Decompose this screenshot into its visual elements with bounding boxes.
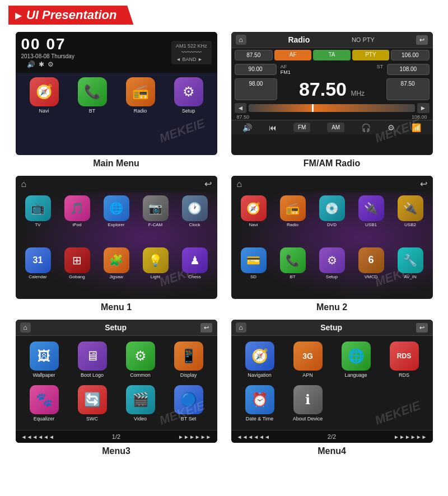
menu2-app-radio[interactable]: 📻 Radio bbox=[275, 195, 311, 244]
radio-freq-87[interactable]: 87.50 bbox=[235, 50, 273, 60]
menu4-next-arrows[interactable]: ►►►►►► bbox=[394, 434, 427, 440]
menu2-app-vmcd[interactable]: 6 VMCD bbox=[353, 247, 389, 296]
menu1-ipod-icon: 🎵 bbox=[64, 195, 90, 221]
menu2-usb1-icon: 🔌 bbox=[358, 195, 384, 221]
mm-app-navi[interactable]: 🧭 Navi bbox=[22, 77, 66, 151]
radio-freq-108[interactable]: 108.00 bbox=[387, 64, 429, 75]
mm-apps-grid: 🧭 Navi 📞 BT 📻 Radio ⚙ Setup bbox=[16, 73, 217, 155]
radio-back-button[interactable]: ↩ bbox=[416, 35, 428, 45]
menu4-app-datetime[interactable]: ⏰ Date & Time bbox=[238, 385, 282, 424]
menu1-home-icon[interactable]: ⌂ bbox=[21, 179, 27, 189]
menu3-wallpaper-label: Wallpaper bbox=[32, 372, 55, 378]
menu2-navi-icon: 🧭 bbox=[241, 195, 267, 221]
menu3-screen: ⌂ Setup ↩ 🖼 Wallpaper 🖥 Boot Logo ⚙ bbox=[16, 320, 217, 443]
menu2-app-sd[interactable]: 💳 SD bbox=[236, 247, 272, 296]
menu1-app-gobang[interactable]: ⊞ Gobang bbox=[59, 247, 95, 296]
radio-am-btn[interactable]: AM bbox=[327, 123, 344, 132]
menu4-app-apn[interactable]: 3G APN bbox=[286, 341, 330, 381]
menu1-app-clock[interactable]: 🕐 Clock bbox=[177, 195, 213, 244]
menu1-app-tv[interactable]: 📺 TV bbox=[20, 195, 56, 244]
mm-app-radio[interactable]: 📻 Radio bbox=[119, 77, 162, 151]
menu3-app-swc[interactable]: 🔄 SWC bbox=[71, 385, 114, 424]
menu1-app-light[interactable]: 💡 Light bbox=[138, 247, 174, 296]
menu3-app-bootlogo[interactable]: 🖥 Boot Logo bbox=[71, 341, 114, 381]
radio-frequency-slider[interactable] bbox=[249, 104, 414, 112]
menu3-bootlogo-label: Boot Logo bbox=[81, 372, 104, 378]
menu1-explorer-icon: 🌐 bbox=[104, 195, 129, 221]
menu3-home-icon[interactable]: ⌂ bbox=[20, 322, 31, 333]
menu2-app-usb2[interactable]: 🔌 USB2 bbox=[393, 195, 428, 244]
menu1-app-explorer[interactable]: 🌐 Explorer bbox=[99, 195, 134, 244]
menu2-sd-icon: 💳 bbox=[241, 247, 267, 273]
menu2-usb2-label: USB2 bbox=[404, 222, 416, 227]
menu1-app-jigsaw[interactable]: 🧩 Jigsaw bbox=[99, 247, 134, 296]
radio-npty: NO PTY bbox=[352, 36, 375, 43]
mm-app-setup[interactable]: ⚙ Setup bbox=[167, 77, 211, 151]
menu3-app-common[interactable]: ⚙ Common bbox=[119, 341, 162, 381]
radio-prev-icon[interactable]: ⏮ bbox=[269, 123, 277, 132]
menu4-datetime-label: Date & Time bbox=[246, 416, 274, 422]
menu2-home-icon[interactable]: ⌂ bbox=[237, 179, 242, 189]
menu1-clock-label: Clock bbox=[189, 222, 200, 227]
menu1-back-icon[interactable]: ↩ bbox=[204, 179, 212, 189]
menu3-app-btset[interactable]: 🔵 BT Set bbox=[167, 385, 211, 424]
menu2-usb2-icon: 🔌 bbox=[398, 195, 423, 221]
menu3-prev-arrows[interactable]: ◄◄◄◄◄◄ bbox=[21, 434, 54, 440]
radio-home-icon[interactable]: ⌂ bbox=[236, 35, 246, 45]
menu2-sd-label: SD bbox=[250, 274, 256, 279]
menu4-app-language[interactable]: 🌐 Language bbox=[334, 341, 378, 381]
menu2-app-bt[interactable]: 📞 BT bbox=[275, 247, 311, 296]
radio-freq-106[interactable]: 106.00 bbox=[391, 50, 429, 60]
radio-freq-98[interactable]: 98.00 bbox=[235, 78, 278, 100]
radio-ta-btn[interactable]: TA bbox=[313, 50, 350, 60]
menu2-back-icon[interactable]: ↩ bbox=[420, 179, 427, 189]
menu3-bootlogo-icon: 🖥 bbox=[78, 341, 107, 371]
radio-pty-btn[interactable]: PTY bbox=[352, 50, 389, 60]
menu1-app-ipod[interactable]: 🎵 iPod bbox=[59, 195, 95, 244]
radio-mhz: MHz bbox=[351, 90, 365, 97]
menu2-app-usb1[interactable]: 🔌 USB1 bbox=[353, 195, 389, 244]
menu1-app-calendar[interactable]: 31 Calendar bbox=[20, 247, 56, 296]
menu3-next-arrows[interactable]: ►►►►►► bbox=[178, 434, 211, 440]
menu4-navigation-label: Navigation bbox=[248, 372, 272, 378]
menu3-app-display[interactable]: 📱 Display bbox=[167, 341, 211, 381]
mm-app-bt[interactable]: 📞 BT bbox=[71, 77, 114, 151]
radio-right-arrow[interactable]: ► bbox=[417, 103, 430, 113]
menu4-app-rds[interactable]: RDS RDS bbox=[382, 341, 426, 381]
menu2-app-setup[interactable]: ⚙ Setup bbox=[314, 247, 350, 296]
radio-settings-icon[interactable]: ⚙ bbox=[388, 123, 395, 132]
menu4-app-navigation[interactable]: 🧭 Navigation bbox=[238, 341, 282, 381]
menu3-back-button[interactable]: ↩ bbox=[200, 323, 212, 333]
radio-titlebar: ⌂ Radio NO PTY ↩ bbox=[231, 32, 433, 48]
menu4-title-text: Setup bbox=[320, 323, 342, 332]
mm-app-radio-label: Radio bbox=[134, 108, 147, 114]
menu4-app-about[interactable]: ℹ About Device bbox=[286, 385, 330, 424]
radio-fm-btn[interactable]: FM bbox=[293, 123, 310, 132]
menu1-screen: ⌂ ↩ 📺 TV 🎵 iPod 🌐 Explorer bbox=[16, 176, 217, 299]
radio-freq-90[interactable]: 90.00 bbox=[235, 64, 277, 75]
radio-freq-87-2[interactable]: 87.50 bbox=[386, 78, 430, 100]
mm-app-setup-label: Setup bbox=[182, 108, 195, 114]
mm-date: 2013-08-08 Thursday bbox=[21, 53, 74, 59]
menu1-app-chess[interactable]: ♟ Chess bbox=[177, 247, 213, 296]
radio-freq-row3: 98.00 87.50 MHz 87.50 bbox=[231, 77, 433, 102]
radio-bottom-bar: 🔊 ⏮ FM AM 🎧 ⚙ 📶 bbox=[231, 120, 433, 134]
radio-left-arrow[interactable]: ◄ bbox=[235, 103, 247, 113]
menu4-back-button[interactable]: ↩ bbox=[416, 323, 428, 333]
menu1-explorer-label: Explorer bbox=[108, 222, 125, 227]
menu2-app-dvd[interactable]: 💿 DVD bbox=[314, 195, 350, 244]
menu2-app-navi[interactable]: 🧭 Navi bbox=[236, 195, 272, 244]
menu3-app-equalizer[interactable]: 🐾 Equalizer bbox=[22, 385, 66, 424]
radio-headphone-icon[interactable]: 🎧 bbox=[361, 123, 371, 132]
menu4-home-icon[interactable]: ⌂ bbox=[236, 322, 246, 333]
menu3-app-wallpaper[interactable]: 🖼 Wallpaper bbox=[22, 341, 66, 381]
mm-app-navi-icon: 🧭 bbox=[30, 77, 59, 106]
menu2-app-avin[interactable]: 🔧 AV_IN bbox=[393, 247, 428, 296]
menu4-prev-arrows[interactable]: ◄◄◄◄◄◄ bbox=[237, 434, 270, 440]
radio-af-btn[interactable]: AF bbox=[274, 50, 311, 60]
menu1-app-fcam[interactable]: 📷 F-CAM bbox=[138, 195, 174, 244]
radio-volume-icon[interactable]: 🔊 bbox=[242, 123, 252, 132]
menu2-bt-label: BT bbox=[290, 274, 295, 279]
menu1-tv-label: TV bbox=[35, 222, 40, 227]
menu3-app-video[interactable]: 🎬 Video bbox=[119, 385, 162, 424]
